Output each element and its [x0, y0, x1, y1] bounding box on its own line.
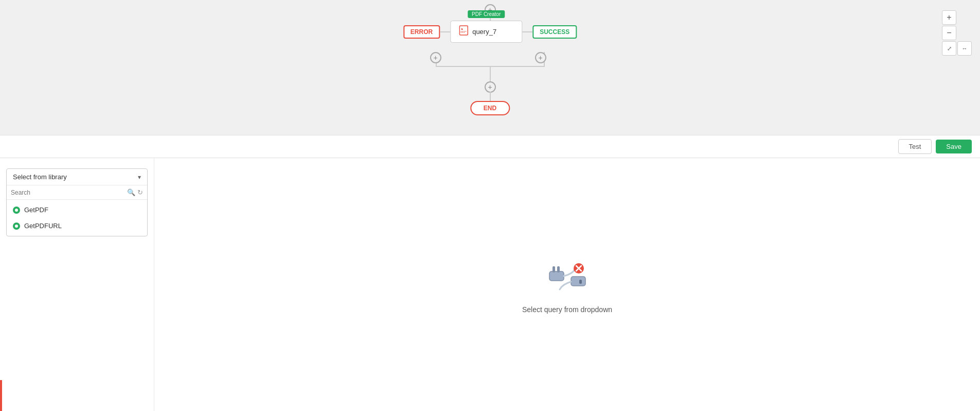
fit-width-button[interactable]: ↔	[957, 41, 972, 56]
svg-rect-6	[571, 277, 585, 286]
main-content: Select query from dropdown	[154, 135, 980, 411]
connector-h-left	[440, 31, 450, 32]
pdf-creator-node[interactable]: PDF Creator query_7	[450, 21, 522, 43]
list-item-getpdf[interactable]: GetPDF	[7, 202, 147, 218]
select-query-text: Select query from dropdown	[522, 305, 612, 314]
fit-screen-button[interactable]: ⤢	[942, 41, 956, 56]
refresh-icon[interactable]: ↻	[137, 189, 143, 196]
add-node-bottom-button[interactable]: +	[485, 81, 496, 93]
svg-rect-5	[557, 266, 560, 272]
add-node-success-button[interactable]: +	[535, 52, 546, 63]
dropdown-header-text: Select from library	[13, 173, 67, 181]
bottom-panel: Test Save Select from library ▾ 🔍 ↻	[0, 135, 980, 411]
svg-rect-0	[459, 26, 468, 35]
search-icon[interactable]: 🔍	[127, 189, 135, 196]
svg-rect-4	[553, 266, 555, 272]
zoom-in-button[interactable]: +	[942, 10, 956, 25]
left-panel: Select from library ▾ 🔍 ↻ GetPDF	[0, 135, 154, 411]
connector-h-right	[522, 31, 532, 32]
node-row: ERROR PDF Creator query_7	[403, 21, 577, 43]
dropdown-box: Select from library ▾ 🔍 ↻ GetPDF	[6, 168, 148, 236]
library-list: GetPDF GetPDFURL	[7, 200, 147, 236]
svg-rect-8	[579, 280, 582, 284]
item-label-getpdf: GetPDF	[24, 206, 48, 214]
success-badge[interactable]: SUCCESS	[532, 25, 577, 39]
save-button[interactable]: Save	[936, 140, 972, 153]
dropdown-header[interactable]: Select from library ▾	[7, 169, 147, 185]
item-dot-getpdfurl	[13, 222, 20, 230]
zoom-controls: + − ⤢ ↔	[942, 10, 972, 56]
pdf-file-icon	[459, 25, 468, 38]
library-dropdown: Select from library ▾ 🔍 ↻ GetPDF	[6, 168, 148, 236]
top-bar: Test Save	[0, 135, 980, 158]
workflow-container: + ERROR PDF Creator	[362, 0, 619, 135]
canvas-area: + − ⤢ ↔ + ERROR PDF Creator	[0, 0, 980, 135]
item-label-getpdfurl: GetPDFURL	[24, 222, 62, 230]
connector-v-merge	[490, 66, 491, 82]
chevron-down-icon: ▾	[138, 174, 141, 181]
add-node-error-button[interactable]: +	[430, 52, 441, 63]
error-badge[interactable]: ERROR	[403, 25, 440, 39]
item-dot-getpdf	[13, 207, 20, 214]
connector-v-end	[490, 92, 491, 102]
disconnected-plug-icon	[547, 256, 588, 297]
node-type-label: PDF Creator	[468, 10, 505, 18]
end-node[interactable]: END	[470, 101, 510, 115]
node-box[interactable]: query_7	[450, 21, 522, 43]
list-item-getpdfurl[interactable]: GetPDFURL	[7, 218, 147, 234]
svg-rect-3	[549, 271, 564, 281]
node-title: query_7	[472, 28, 496, 36]
zoom-out-button[interactable]: −	[942, 26, 956, 40]
search-box: 🔍 ↻	[7, 185, 147, 200]
red-indicator	[0, 380, 2, 411]
test-button[interactable]: Test	[898, 139, 932, 154]
search-input[interactable]	[11, 189, 125, 196]
